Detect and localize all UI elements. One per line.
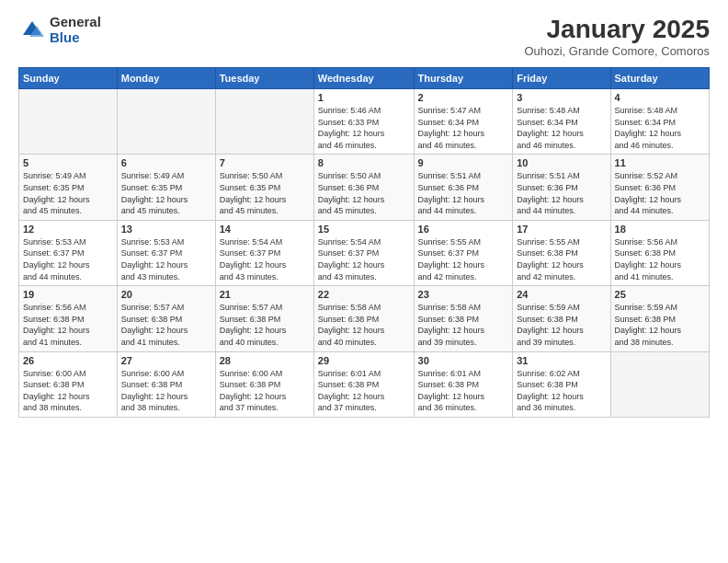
calendar-cell: 8Sunrise: 5:50 AMSunset: 6:36 PMDaylight… bbox=[313, 155, 414, 220]
col-tuesday: Tuesday bbox=[215, 68, 313, 89]
day-number: 24 bbox=[517, 289, 606, 300]
calendar-cell: 17Sunrise: 5:55 AMSunset: 6:38 PMDayligh… bbox=[513, 220, 610, 285]
col-saturday: Saturday bbox=[610, 68, 709, 89]
day-info: Sunrise: 5:49 AMSunset: 6:35 PMDaylight:… bbox=[121, 170, 211, 216]
day-info: Sunrise: 5:52 AMSunset: 6:36 PMDaylight:… bbox=[615, 170, 705, 216]
calendar-cell: 24Sunrise: 5:59 AMSunset: 6:38 PMDayligh… bbox=[513, 286, 610, 351]
logo-general: General bbox=[50, 15, 101, 30]
title-block: January 2025 Ouhozi, Grande Comore, Como… bbox=[524, 15, 710, 58]
day-number: 16 bbox=[418, 224, 509, 235]
calendar-cell: 18Sunrise: 5:56 AMSunset: 6:38 PMDayligh… bbox=[610, 220, 709, 285]
calendar-cell: 7Sunrise: 5:50 AMSunset: 6:35 PMDaylight… bbox=[215, 155, 313, 220]
calendar-cell: 1Sunrise: 5:46 AMSunset: 6:33 PMDaylight… bbox=[313, 89, 414, 155]
day-info: Sunrise: 6:01 AMSunset: 6:38 PMDaylight:… bbox=[418, 368, 509, 414]
day-info: Sunrise: 5:54 AMSunset: 6:37 PMDaylight:… bbox=[318, 236, 410, 282]
calendar-header-row: Sunday Monday Tuesday Wednesday Thursday… bbox=[19, 68, 710, 89]
calendar-cell: 10Sunrise: 5:51 AMSunset: 6:36 PMDayligh… bbox=[513, 155, 610, 220]
calendar-cell: 2Sunrise: 5:47 AMSunset: 6:34 PMDaylight… bbox=[414, 89, 513, 155]
col-monday: Monday bbox=[117, 68, 215, 89]
logo: General Blue bbox=[18, 15, 101, 45]
day-info: Sunrise: 5:56 AMSunset: 6:38 PMDaylight:… bbox=[23, 302, 113, 348]
day-number: 21 bbox=[220, 289, 310, 300]
day-info: Sunrise: 5:55 AMSunset: 6:37 PMDaylight:… bbox=[418, 236, 509, 282]
day-number: 12 bbox=[23, 224, 113, 235]
day-info: Sunrise: 5:58 AMSunset: 6:38 PMDaylight:… bbox=[318, 302, 410, 348]
calendar-cell: 26Sunrise: 6:00 AMSunset: 6:38 PMDayligh… bbox=[19, 351, 118, 417]
header: General Blue January 2025 Ouhozi, Grande… bbox=[18, 15, 710, 58]
day-number: 8 bbox=[318, 157, 410, 168]
calendar-cell: 3Sunrise: 5:48 AMSunset: 6:34 PMDaylight… bbox=[513, 89, 610, 155]
day-number: 26 bbox=[23, 355, 113, 366]
calendar-cell bbox=[117, 89, 215, 155]
day-number: 19 bbox=[23, 289, 113, 300]
calendar-cell: 30Sunrise: 6:01 AMSunset: 6:38 PMDayligh… bbox=[414, 351, 513, 417]
day-info: Sunrise: 5:53 AMSunset: 6:37 PMDaylight:… bbox=[23, 236, 113, 282]
calendar-cell: 28Sunrise: 6:00 AMSunset: 6:38 PMDayligh… bbox=[215, 351, 313, 417]
day-number: 29 bbox=[318, 355, 410, 366]
calendar-cell: 6Sunrise: 5:49 AMSunset: 6:35 PMDaylight… bbox=[117, 155, 215, 220]
day-number: 23 bbox=[418, 289, 509, 300]
calendar-cell: 31Sunrise: 6:02 AMSunset: 6:38 PMDayligh… bbox=[513, 351, 610, 417]
col-friday: Friday bbox=[513, 68, 610, 89]
day-number: 31 bbox=[517, 355, 606, 366]
logo-icon bbox=[18, 17, 46, 44]
day-number: 5 bbox=[23, 157, 113, 168]
calendar-cell: 11Sunrise: 5:52 AMSunset: 6:36 PMDayligh… bbox=[610, 155, 709, 220]
day-number: 6 bbox=[121, 157, 211, 168]
day-info: Sunrise: 5:46 AMSunset: 6:33 PMDaylight:… bbox=[318, 105, 410, 151]
calendar-table: Sunday Monday Tuesday Wednesday Thursday… bbox=[18, 67, 710, 418]
day-info: Sunrise: 5:57 AMSunset: 6:38 PMDaylight:… bbox=[121, 302, 211, 348]
day-info: Sunrise: 6:00 AMSunset: 6:38 PMDaylight:… bbox=[220, 368, 310, 414]
day-info: Sunrise: 5:59 AMSunset: 6:38 PMDaylight:… bbox=[517, 302, 606, 348]
calendar-cell bbox=[215, 89, 313, 155]
calendar-week-2: 5Sunrise: 5:49 AMSunset: 6:35 PMDaylight… bbox=[19, 155, 710, 220]
calendar-page: General Blue January 2025 Ouhozi, Grande… bbox=[0, 0, 728, 563]
day-info: Sunrise: 5:49 AMSunset: 6:35 PMDaylight:… bbox=[23, 170, 113, 216]
day-info: Sunrise: 5:53 AMSunset: 6:37 PMDaylight:… bbox=[121, 236, 211, 282]
calendar-cell: 29Sunrise: 6:01 AMSunset: 6:38 PMDayligh… bbox=[313, 351, 414, 417]
calendar-title: January 2025 bbox=[524, 15, 710, 44]
calendar-cell: 13Sunrise: 5:53 AMSunset: 6:37 PMDayligh… bbox=[117, 220, 215, 285]
calendar-cell bbox=[610, 351, 709, 417]
day-info: Sunrise: 5:51 AMSunset: 6:36 PMDaylight:… bbox=[418, 170, 509, 216]
calendar-subtitle: Ouhozi, Grande Comore, Comoros bbox=[524, 44, 710, 58]
day-number: 9 bbox=[418, 157, 509, 168]
day-number: 14 bbox=[220, 224, 310, 235]
day-info: Sunrise: 5:54 AMSunset: 6:37 PMDaylight:… bbox=[220, 236, 310, 282]
col-wednesday: Wednesday bbox=[313, 68, 414, 89]
calendar-cell: 20Sunrise: 5:57 AMSunset: 6:38 PMDayligh… bbox=[117, 286, 215, 351]
day-info: Sunrise: 5:48 AMSunset: 6:34 PMDaylight:… bbox=[517, 105, 606, 151]
day-number: 28 bbox=[220, 355, 310, 366]
col-sunday: Sunday bbox=[19, 68, 118, 89]
calendar-week-5: 26Sunrise: 6:00 AMSunset: 6:38 PMDayligh… bbox=[19, 351, 710, 417]
day-info: Sunrise: 5:48 AMSunset: 6:34 PMDaylight:… bbox=[615, 105, 705, 151]
calendar-cell: 23Sunrise: 5:58 AMSunset: 6:38 PMDayligh… bbox=[414, 286, 513, 351]
day-info: Sunrise: 5:57 AMSunset: 6:38 PMDaylight:… bbox=[220, 302, 310, 348]
day-number: 1 bbox=[318, 92, 410, 103]
day-info: Sunrise: 6:02 AMSunset: 6:38 PMDaylight:… bbox=[517, 368, 606, 414]
col-thursday: Thursday bbox=[414, 68, 513, 89]
calendar-cell: 15Sunrise: 5:54 AMSunset: 6:37 PMDayligh… bbox=[313, 220, 414, 285]
day-info: Sunrise: 5:51 AMSunset: 6:36 PMDaylight:… bbox=[517, 170, 606, 216]
day-info: Sunrise: 6:00 AMSunset: 6:38 PMDaylight:… bbox=[121, 368, 211, 414]
calendar-cell: 12Sunrise: 5:53 AMSunset: 6:37 PMDayligh… bbox=[19, 220, 118, 285]
day-info: Sunrise: 6:00 AMSunset: 6:38 PMDaylight:… bbox=[23, 368, 113, 414]
day-info: Sunrise: 5:50 AMSunset: 6:36 PMDaylight:… bbox=[318, 170, 410, 216]
day-info: Sunrise: 5:55 AMSunset: 6:38 PMDaylight:… bbox=[517, 236, 606, 282]
day-number: 4 bbox=[615, 92, 705, 103]
day-number: 13 bbox=[121, 224, 211, 235]
logo-text: General Blue bbox=[50, 15, 101, 45]
calendar-cell: 22Sunrise: 5:58 AMSunset: 6:38 PMDayligh… bbox=[313, 286, 414, 351]
calendar-cell: 21Sunrise: 5:57 AMSunset: 6:38 PMDayligh… bbox=[215, 286, 313, 351]
day-number: 2 bbox=[418, 92, 509, 103]
logo-blue: Blue bbox=[50, 30, 101, 46]
day-number: 11 bbox=[615, 157, 705, 168]
day-number: 30 bbox=[418, 355, 509, 366]
calendar-cell: 25Sunrise: 5:59 AMSunset: 6:38 PMDayligh… bbox=[610, 286, 709, 351]
calendar-cell: 4Sunrise: 5:48 AMSunset: 6:34 PMDaylight… bbox=[610, 89, 709, 155]
calendar-cell: 5Sunrise: 5:49 AMSunset: 6:35 PMDaylight… bbox=[19, 155, 118, 220]
day-number: 17 bbox=[517, 224, 606, 235]
calendar-cell: 19Sunrise: 5:56 AMSunset: 6:38 PMDayligh… bbox=[19, 286, 118, 351]
day-info: Sunrise: 5:50 AMSunset: 6:35 PMDaylight:… bbox=[220, 170, 310, 216]
day-info: Sunrise: 5:59 AMSunset: 6:38 PMDaylight:… bbox=[615, 302, 705, 348]
